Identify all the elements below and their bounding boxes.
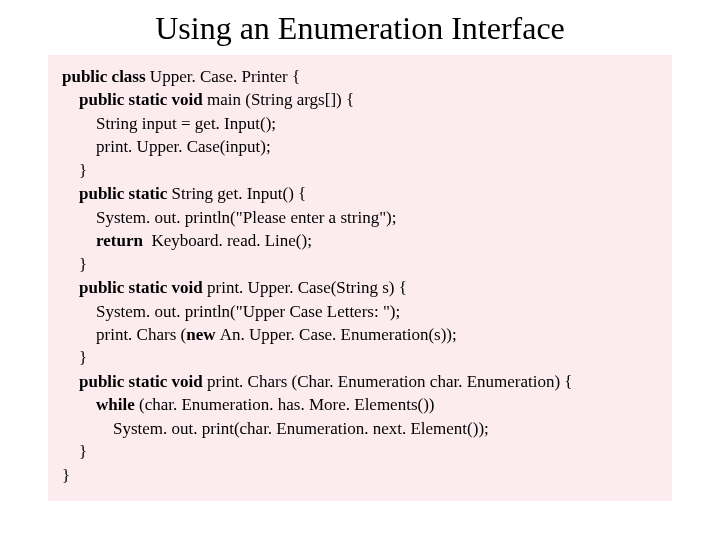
code-line: return Keyboard. read. Line(); (96, 231, 312, 250)
code-line: System. out. println("Please enter a str… (96, 208, 396, 227)
code-line: public static void print. Chars (Char. E… (79, 372, 573, 391)
code-line: System. out. print(char. Enumeration. ne… (113, 419, 489, 438)
code-line: } (79, 161, 87, 180)
code-line: } (79, 442, 87, 461)
code-line: public static void main (String args[]) … (79, 90, 354, 109)
code-line: } (79, 348, 87, 367)
code-line: public static String get. Input() { (79, 184, 306, 203)
code-line: String input = get. Input(); (96, 114, 276, 133)
code-block: public class Upper. Case. Printer { publ… (48, 55, 672, 501)
code-line: System. out. println("Upper Case Letters… (96, 302, 400, 321)
code-line: } (62, 466, 70, 485)
code-line: public static void print. Upper. Case(St… (79, 278, 407, 297)
code-line: print. Chars (new An. Upper. Case. Enume… (96, 325, 457, 344)
code-line: public class Upper. Case. Printer { (62, 67, 300, 86)
code-line: print. Upper. Case(input); (96, 137, 271, 156)
code-line: while (char. Enumeration. has. More. Ele… (96, 395, 435, 414)
slide-title: Using an Enumeration Interface (0, 0, 720, 55)
code-line: } (79, 255, 87, 274)
slide: Using an Enumeration Interface public cl… (0, 0, 720, 540)
